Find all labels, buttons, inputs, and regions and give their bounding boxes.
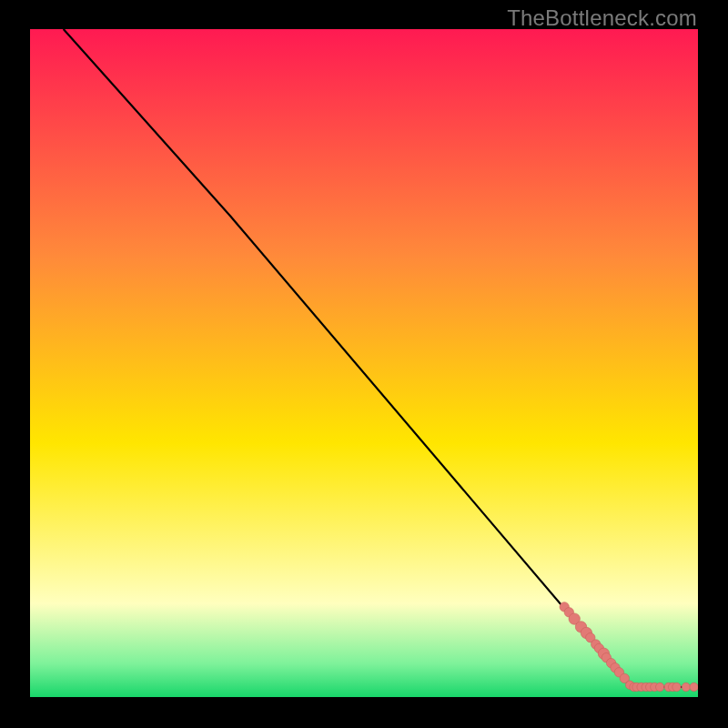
- data-point: [672, 682, 681, 691]
- data-point: [682, 682, 690, 691]
- data-point: [690, 682, 698, 691]
- data-point: [656, 682, 664, 691]
- chart-overlay: [30, 29, 698, 697]
- plot-area: [30, 29, 698, 697]
- chart-line: [64, 29, 698, 687]
- watermark-text: TheBottleneck.com: [507, 5, 697, 31]
- chart-markers: [560, 602, 698, 692]
- chart-frame: TheBottleneck.com: [0, 0, 728, 728]
